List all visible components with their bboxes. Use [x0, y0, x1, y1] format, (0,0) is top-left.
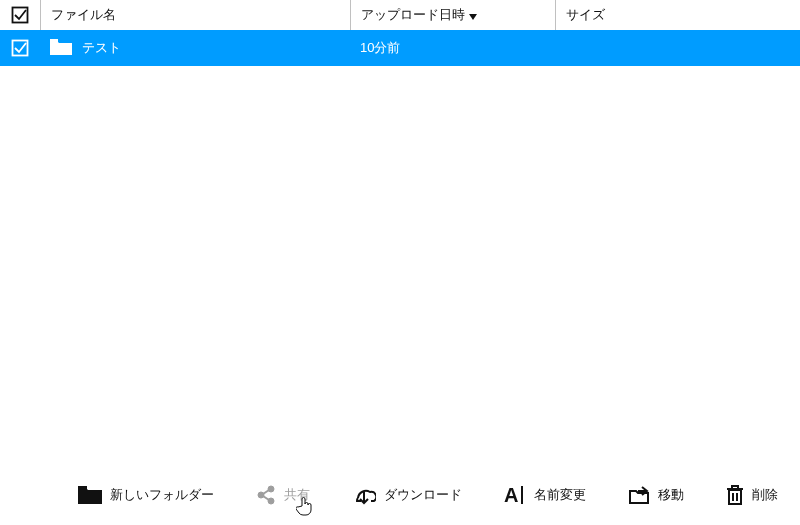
move-label: 移動: [658, 486, 684, 504]
folder-icon: [78, 486, 102, 504]
select-all-checkbox[interactable]: [0, 6, 40, 24]
table-header: ファイル名 アップロード日時 サイズ: [0, 0, 800, 30]
row-name-cell[interactable]: テスト: [40, 39, 350, 58]
svg-marker-1: [469, 14, 477, 20]
move-button[interactable]: 移動: [628, 485, 684, 505]
delete-button[interactable]: 削除: [726, 485, 778, 505]
move-icon: [628, 485, 650, 505]
download-label: ダウンロード: [384, 486, 462, 504]
row-upload-cell: 10分前: [350, 39, 555, 57]
svg-rect-4: [78, 486, 87, 489]
rename-label: 名前変更: [534, 486, 586, 504]
share-button: 共有: [256, 485, 310, 505]
column-header-size-label: サイズ: [566, 6, 605, 24]
sort-desc-icon: [469, 8, 477, 23]
rename-button[interactable]: A 名前変更: [504, 485, 586, 505]
new-folder-label: 新しいフォルダー: [110, 486, 214, 504]
column-header-upload[interactable]: アップロード日時: [350, 0, 555, 30]
action-toolbar: 新しいフォルダー 共有 ダウンロード A: [0, 465, 800, 525]
svg-rect-3: [50, 39, 58, 42]
download-icon: [352, 485, 376, 505]
column-header-name[interactable]: ファイル名: [40, 0, 350, 30]
column-header-upload-label: アップロード日時: [361, 6, 465, 24]
share-label: 共有: [284, 486, 310, 504]
table-row[interactable]: テスト 10分前: [0, 30, 800, 66]
svg-line-9: [263, 496, 269, 500]
row-upload-label: 10分前: [360, 39, 400, 57]
download-button[interactable]: ダウンロード: [352, 485, 462, 505]
share-icon: [256, 485, 276, 505]
new-folder-button[interactable]: 新しいフォルダー: [78, 486, 214, 504]
column-header-size[interactable]: サイズ: [555, 0, 800, 30]
row-checkbox[interactable]: [0, 39, 40, 57]
svg-rect-16: [732, 486, 738, 489]
delete-label: 削除: [752, 486, 778, 504]
svg-text:A: A: [504, 485, 518, 505]
row-name-label: テスト: [82, 39, 121, 57]
rename-icon: A: [504, 485, 526, 505]
column-header-name-label: ファイル名: [51, 6, 116, 24]
svg-line-8: [263, 490, 269, 494]
folder-icon: [50, 39, 72, 58]
svg-rect-14: [729, 490, 741, 504]
trash-icon: [726, 485, 744, 505]
